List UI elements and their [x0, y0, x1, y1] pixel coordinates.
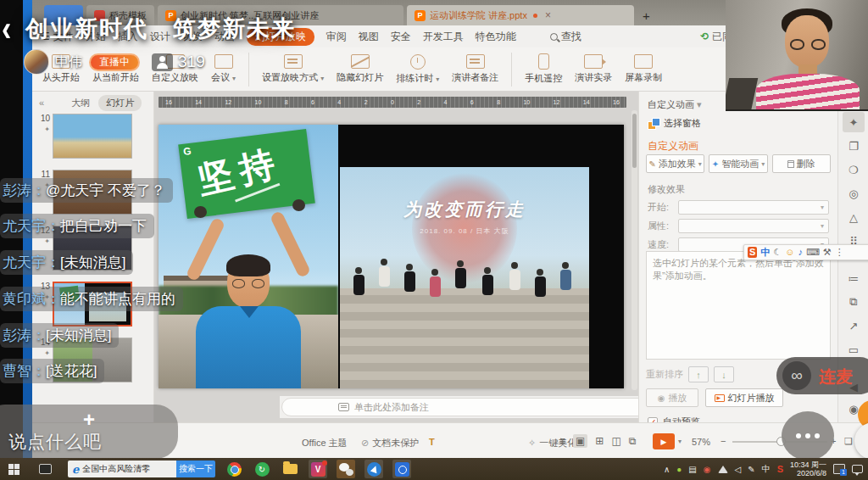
phone-remote-button[interactable]: 手机遥控 — [521, 52, 565, 87]
connect-mic-button[interactable]: ∞ 连麦 — [776, 357, 868, 394]
chat-message[interactable]: 曹智：[送花花] — [0, 359, 104, 383]
fit-window-icon[interactable]: ❏ — [844, 436, 853, 447]
speech-record-button[interactable]: 演讲实录 — [571, 53, 615, 86]
action-center-icon[interactable] — [852, 465, 863, 473]
chat-message[interactable]: 尤天宇：把自己劝一下 — [0, 214, 154, 238]
slides-tab[interactable]: 幻灯片 — [98, 95, 142, 111]
presenter-view-icon[interactable]: ⧉ — [629, 435, 637, 447]
slide-sorter-icon[interactable]: ⊞ — [595, 435, 604, 447]
start-button[interactable] — [8, 464, 19, 475]
hide-slide-button[interactable]: 隐藏幻灯片 — [333, 53, 387, 86]
chevron-down-icon[interactable]: ▾ — [678, 438, 682, 445]
search-go-button[interactable]: 搜索一下 — [176, 460, 215, 477]
tab-developer[interactable]: 开发工具 — [423, 30, 464, 44]
share-icon[interactable]: ↗ — [843, 315, 865, 336]
slide-thumbnail-10[interactable] — [53, 114, 132, 159]
start-select[interactable]: ▾ — [678, 200, 829, 215]
chat-message[interactable]: 黄印斌：能不能讲点有用的 — [0, 287, 183, 311]
display-tray-icon[interactable]: ▤ — [688, 465, 696, 474]
more-options-button[interactable] — [782, 411, 834, 460]
document-protect-status[interactable]: ⊘ 文档未保护 — [361, 437, 419, 449]
move-down-button[interactable]: ↓ — [714, 366, 734, 382]
close-tab-icon[interactable]: × — [545, 9, 551, 21]
taskbar-clock[interactable]: 10:34 周一2020/6/8 — [790, 460, 826, 477]
notification-count-icon[interactable]: 1 — [833, 464, 845, 474]
selection-pane-button[interactable]: 选择窗格 — [648, 117, 701, 130]
wechat-icon[interactable] — [337, 460, 355, 478]
delete-effect-button[interactable]: 删除 — [772, 154, 831, 173]
zoom-out-button[interactable]: − — [721, 436, 726, 446]
shapes-icon[interactable]: ❍ — [843, 159, 865, 180]
chat-message[interactable]: 尤天宇：[未知消息] — [0, 250, 133, 275]
webcam-video[interactable] — [726, 0, 868, 111]
tab-security[interactable]: 安全 — [391, 30, 411, 44]
play-button[interactable]: ◉播放 — [646, 388, 698, 407]
video-app-icon[interactable]: V — [309, 460, 327, 478]
properties-icon[interactable]: ≔ — [843, 268, 865, 288]
taskbar-search[interactable]: e 全国中高风险清零 搜索一下 — [68, 460, 215, 477]
slide-canvas[interactable]: G 坚持 — [159, 125, 624, 388]
blue-app-icon[interactable] — [364, 460, 383, 478]
horizontal-ruler[interactable]: 1614121086420246810121416 — [159, 97, 626, 108]
notes-toggle-icon[interactable]: ≡ — [559, 435, 565, 447]
play-row: ◉播放 幻灯片播放 — [646, 388, 783, 407]
sogou-tray-icon[interactable]: S — [777, 464, 783, 474]
viewers-icon[interactable] — [152, 53, 173, 71]
green-app-icon[interactable]: ↻ — [253, 460, 271, 478]
ime-toolbar[interactable]: S 中 ☾ ☺ ♪ ⌨ ⚒ ⋮ — [743, 244, 868, 260]
selection-pane-icon[interactable]: ❐ — [843, 136, 865, 156]
person-silhouette — [453, 260, 467, 289]
show-hidden-icons[interactable]: ∧ — [664, 465, 670, 474]
streamer-avatar[interactable] — [24, 49, 49, 75]
task-view-button[interactable] — [39, 464, 52, 474]
chat-message[interactable]: 彭涛：[未知消息] — [0, 323, 119, 348]
ime-mode-icon[interactable]: 中 — [762, 463, 771, 475]
setup-show-button[interactable]: 设置放映方式 ▾ — [259, 53, 327, 86]
antivirus-tray-icon[interactable]: ● — [676, 465, 682, 474]
chat-message[interactable]: 彭涛：@尤天宇 不爱了？ — [0, 178, 173, 203]
ink-icon[interactable]: △ — [843, 207, 865, 227]
chrome-icon[interactable] — [225, 460, 243, 478]
file-explorer-icon[interactable] — [281, 460, 299, 478]
smart-animation-button[interactable]: ✦智能动画▾ — [709, 154, 767, 173]
tab-review[interactable]: 审阅 — [326, 30, 347, 44]
speaker-notes-button[interactable]: 演讲者备注 — [448, 53, 502, 86]
add-effect-button[interactable]: ✎添加效果▾ — [646, 154, 704, 173]
missing-fonts-status[interactable]: T — [429, 437, 438, 447]
pen-input-icon[interactable]: ✎ — [748, 465, 754, 474]
outline-tab[interactable]: 大纲 — [71, 97, 90, 109]
collapse-panel-button[interactable]: « — [39, 98, 44, 108]
tab-view[interactable]: 视图 — [359, 30, 379, 44]
canvas-scrollbar[interactable] — [632, 110, 637, 390]
meeting-button[interactable]: 会议 ▾ — [208, 53, 239, 86]
volume-icon[interactable]: ◁ — [735, 465, 742, 474]
wifi-icon[interactable] — [718, 466, 728, 473]
back-button[interactable]: ‹ — [2, 8, 11, 49]
zoom-level[interactable]: 57% — [692, 437, 710, 447]
office-theme-status[interactable]: Office 主题 — [302, 437, 348, 449]
layers-icon[interactable]: ⧉ — [843, 292, 865, 312]
tab-doc2-active[interactable]: P 运动训练学院 讲座.pptx × — [407, 5, 634, 25]
screen-record-button[interactable]: 屏幕录制 — [621, 53, 665, 86]
notes-icon — [466, 54, 485, 69]
slideshow-play-button[interactable]: ▶ — [653, 433, 675, 449]
screen-recorder-icon[interactable] — [392, 460, 411, 478]
tab-special-features[interactable]: 特色功能 — [476, 30, 516, 44]
normal-view-icon[interactable]: ▣ — [573, 434, 587, 448]
slideshow-play-button[interactable]: 幻灯片播放 — [705, 388, 783, 407]
recording-tray-icon[interactable]: ◉ — [704, 465, 711, 474]
add-button[interactable]: + — [83, 408, 95, 432]
chevron-down-icon: ▾ — [821, 204, 824, 211]
panel-title-dropdown[interactable]: 自定义动画 ▾ — [648, 98, 702, 111]
animation-pane-icon[interactable]: ✦ — [843, 112, 865, 132]
person-silhouette — [559, 262, 572, 291]
stone-steps — [340, 288, 589, 388]
rehearse-timing-button[interactable]: 排练计时 ▾ — [392, 53, 442, 87]
property-select[interactable]: ▾ — [678, 219, 829, 233]
chat-input[interactable]: + 说点什么吧 — [0, 405, 178, 459]
settings-icon[interactable]: ◎ — [843, 183, 865, 204]
reading-view-icon[interactable]: ◫ — [611, 435, 620, 447]
move-up-button[interactable]: ↑ — [688, 366, 709, 382]
new-tab-button[interactable]: + — [643, 8, 650, 25]
find-button[interactable]: 查找 — [550, 30, 581, 44]
